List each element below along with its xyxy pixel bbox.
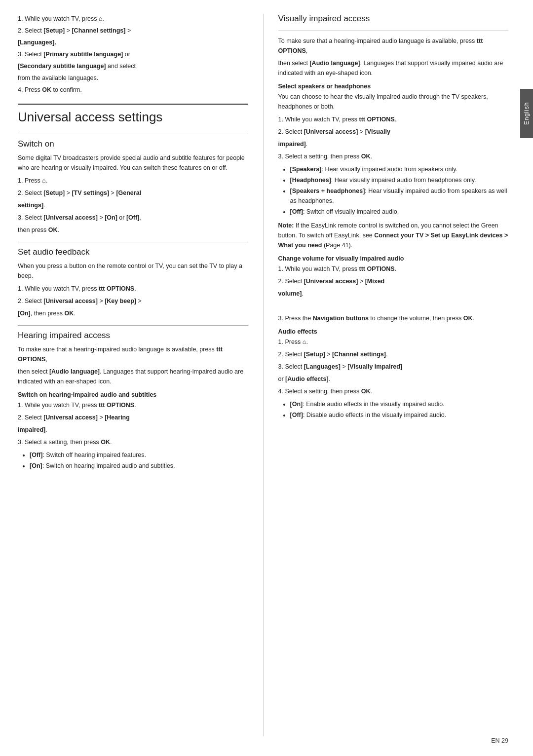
intro-line4: 3. Select [Primary subtitle language] or xyxy=(18,49,248,59)
divider-visually xyxy=(278,31,509,31)
hearing-impaired-body: To make sure that a hearing-impaired aud… xyxy=(18,344,248,386)
easylink-note: Note: If the EasyLink remote control is … xyxy=(278,221,509,250)
content-area: 1. While you watch TV, press ⌂. 2. Selec… xyxy=(0,0,533,756)
visually-steps: 1. While you watch TV, press ttt OPTIONS… xyxy=(278,114,509,161)
intro-line2: 2. Select [Setup] > [Channel settings] > xyxy=(18,26,248,36)
main-section-title: Universal access settings xyxy=(18,104,248,125)
audio-effects-bullet-1: [On]: Enable audio effects in the visual… xyxy=(290,399,509,409)
visually-bullet-1: [Speakers]: Hear visually impaired audio… xyxy=(290,164,509,174)
hearing-steps: 1. While you watch TV, press ttt OPTIONS… xyxy=(18,400,248,447)
visually-sub-heading-1: Select speakers or headphones xyxy=(278,83,509,90)
intro-line3: [Languages]. xyxy=(18,38,248,47)
visually-bullets: [Speakers]: Hear visually impaired audio… xyxy=(290,164,509,217)
switch-on-body: Some digital TV broadcasters provide spe… xyxy=(18,153,248,173)
switch-on-steps: 1. Press ⌂. 2. Select [Setup] > [TV sett… xyxy=(18,176,248,235)
right-column: Visually impaired access To make sure th… xyxy=(264,14,509,736)
audio-effects-heading: Audio effects xyxy=(278,328,509,335)
switch-on-heading: Switch on xyxy=(18,139,248,149)
page: English 1. While you watch TV, press ⌂. … xyxy=(0,0,533,756)
hearing-impaired-heading: Hearing impaired access xyxy=(18,331,248,340)
audio-effects-steps: 1. Press ⌂. 2. Select [Setup] > [Channel… xyxy=(278,337,509,396)
intro-line6: from the available languages. xyxy=(18,73,248,83)
visually-impaired-body: To make sure that a hearing-impaired aud… xyxy=(278,36,509,78)
audio-feedback-steps: 1. While you watch TV, press ttt OPTIONS… xyxy=(18,284,248,318)
divider-audio-feedback xyxy=(18,242,248,242)
intro-line1: 1. While you watch TV, press ⌂. xyxy=(18,14,248,24)
intro-line7: 4. Press OK to confirm. xyxy=(18,85,248,95)
divider-switch-on xyxy=(18,134,248,134)
volume-steps: 1. While you watch TV, press ttt OPTIONS… xyxy=(278,264,509,323)
left-column: 1. While you watch TV, press ⌂. 2. Selec… xyxy=(18,14,264,736)
sidebar-label: English xyxy=(523,102,530,125)
visually-bullet-3: [Speakers + headphones]: Hear visually i… xyxy=(290,186,509,206)
sidebar-english-tab: English xyxy=(520,89,533,138)
audio-effects-bullet-2: [Off]: Disable audio effects in the visu… xyxy=(290,410,509,420)
home-icon-intro: ⌂ xyxy=(99,15,103,22)
audio-effects-bullets: [On]: Enable audio effects in the visual… xyxy=(290,399,509,420)
visually-speakers-body: You can choose to hear the visually impa… xyxy=(278,92,509,112)
divider-hearing xyxy=(18,325,248,326)
visually-bullet-4: [Off]: Switch off visually impaired audi… xyxy=(290,207,509,217)
visually-impaired-heading: Visually impaired access xyxy=(278,14,509,24)
intro-line5: [Secondary subtitle language] and select xyxy=(18,61,248,71)
hearing-bullet-2: [On]: Switch on hearing impaired audio a… xyxy=(30,461,248,471)
page-number: EN 29 xyxy=(491,737,508,744)
hearing-bullets: [Off]: Switch off hearing impaired featu… xyxy=(30,450,248,471)
audio-feedback-heading: Set audio feedback xyxy=(18,247,248,257)
change-volume-heading: Change volume for visually impaired audi… xyxy=(278,255,509,262)
intro-section: 1. While you watch TV, press ⌂. 2. Selec… xyxy=(18,14,248,95)
home-icon-1: ⌂ xyxy=(42,177,46,184)
audio-feedback-body: When you press a button on the remote co… xyxy=(18,261,248,281)
visually-bullet-2: [Headphones]: Hear visually impaired aud… xyxy=(290,175,509,185)
page-footer: EN 29 xyxy=(491,737,508,744)
hearing-bullet-1: [Off]: Switch off hearing impaired featu… xyxy=(30,450,248,460)
hearing-sub-heading: Switch on hearing-impaired audio and sub… xyxy=(18,391,248,398)
